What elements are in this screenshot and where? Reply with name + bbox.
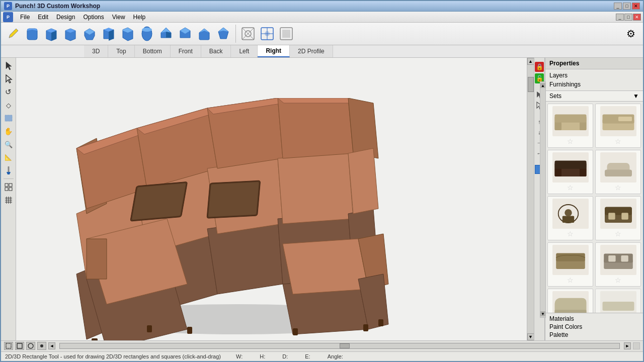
inner-minimize[interactable]: _ bbox=[616, 14, 624, 21]
pan-tool[interactable]: ✋ bbox=[3, 125, 15, 137]
measure-tool[interactable]: 📐 bbox=[3, 151, 15, 163]
left-toolbar: ↺ ◇ ✋ 🔍 📐 bbox=[1, 58, 16, 340]
furn-star-2[interactable]: ☆ bbox=[615, 137, 621, 145]
menu-design[interactable]: Design bbox=[52, 13, 79, 22]
scroll-up-button[interactable]: ▲ bbox=[527, 58, 534, 65]
furn-star-5[interactable]: ☆ bbox=[567, 230, 574, 238]
svg-rect-66 bbox=[604, 253, 633, 262]
close-button[interactable]: ✕ bbox=[632, 3, 640, 10]
shape-tool-9[interactable] bbox=[176, 25, 194, 43]
furn-star-8[interactable]: ☆ bbox=[615, 276, 621, 284]
furn-item-10[interactable]: ☆ bbox=[595, 289, 641, 313]
furn-scroll-up[interactable]: ▲ bbox=[540, 83, 545, 88]
furn-item-1[interactable]: ☆ bbox=[547, 104, 593, 148]
tab-bottom[interactable]: Bottom bbox=[135, 45, 171, 57]
settings-button[interactable]: ⚙ bbox=[622, 25, 640, 43]
paint-colors-item[interactable]: Paint Colors bbox=[549, 323, 639, 331]
inner-maximize[interactable]: □ bbox=[624, 14, 632, 21]
rotate-tool[interactable]: ↺ bbox=[3, 86, 15, 98]
materials-item[interactable]: Materials bbox=[549, 315, 639, 323]
transform-tool[interactable]: ◇ bbox=[3, 99, 15, 111]
select-box-tool[interactable] bbox=[3, 112, 15, 124]
view-3d-icon[interactable] bbox=[239, 25, 257, 43]
shape-tool-11[interactable] bbox=[214, 25, 232, 43]
bt-rect-tool[interactable] bbox=[4, 342, 13, 350]
furn-item-7[interactable]: ☆ bbox=[547, 242, 593, 287]
tab-3d[interactable]: 3D bbox=[84, 45, 108, 57]
angle-label: Angle: bbox=[328, 353, 343, 359]
bt-circle-tool[interactable] bbox=[26, 342, 35, 350]
paint-tool[interactable] bbox=[3, 164, 15, 176]
furn-item-4[interactable]: ☆ bbox=[595, 150, 641, 194]
props-tab-layers[interactable]: Layers bbox=[549, 71, 639, 79]
furn-star-3[interactable]: ☆ bbox=[567, 184, 574, 192]
shape-tool-8[interactable] bbox=[157, 25, 175, 43]
furn-star-7[interactable]: ☆ bbox=[567, 276, 574, 284]
furn-star-4[interactable]: ☆ bbox=[615, 184, 621, 192]
tab-top[interactable]: Top bbox=[108, 45, 134, 57]
props-tab-furnishings[interactable]: Furnishings bbox=[549, 80, 639, 88]
minimize-button[interactable]: _ bbox=[614, 3, 622, 10]
tab-front[interactable]: Front bbox=[171, 45, 201, 57]
furn-star-6[interactable]: ☆ bbox=[615, 230, 621, 238]
menu-help[interactable]: Help bbox=[129, 13, 150, 22]
inner-win-controls: _ □ ✕ bbox=[616, 14, 641, 21]
shape-tool-2[interactable] bbox=[42, 25, 60, 43]
furn-item-2[interactable]: ☆ bbox=[595, 104, 641, 148]
grid-tool[interactable] bbox=[3, 181, 15, 193]
svg-rect-21 bbox=[9, 184, 12, 187]
bt-select-tool[interactable] bbox=[15, 342, 24, 350]
select-tool[interactable] bbox=[3, 60, 15, 72]
grid-alt-tool[interactable] bbox=[3, 194, 15, 206]
pencil-tool[interactable] bbox=[4, 25, 22, 43]
horizontal-scrollbar[interactable] bbox=[59, 343, 620, 349]
inner-close[interactable]: ✕ bbox=[633, 14, 641, 21]
tab-right[interactable]: Right bbox=[258, 45, 290, 57]
shape-tool-1[interactable] bbox=[23, 25, 41, 43]
furniture-scrollbar[interactable]: ▲ ▼ bbox=[540, 81, 546, 318]
tab-back[interactable]: Back bbox=[201, 45, 231, 57]
shape-tool-4[interactable] bbox=[80, 25, 99, 43]
menu-view[interactable]: View bbox=[108, 13, 129, 22]
app-logo: P bbox=[3, 12, 13, 22]
view-front-icon[interactable] bbox=[277, 25, 295, 43]
furn-scroll-down[interactable]: ▼ bbox=[540, 311, 545, 316]
scroll-down-button[interactable]: ▼ bbox=[527, 333, 534, 340]
zoom-tool[interactable]: 🔍 bbox=[3, 138, 15, 150]
vertical-scrollbar[interactable]: ▲ ▼ bbox=[527, 58, 534, 340]
svg-point-74 bbox=[40, 344, 43, 347]
furn-item-3[interactable]: ☆ bbox=[547, 150, 593, 194]
scroll-left-button[interactable]: ◄ bbox=[48, 342, 55, 349]
furn-item-5[interactable]: ☆ bbox=[547, 196, 593, 240]
furn-item-6[interactable]: ☆ bbox=[595, 196, 641, 240]
scroll-h-thumb[interactable] bbox=[340, 343, 350, 348]
svg-rect-37 bbox=[187, 327, 192, 334]
bt-dot-tool[interactable] bbox=[37, 342, 46, 350]
menu-file[interactable]: File bbox=[16, 13, 34, 22]
shape-tool-5[interactable] bbox=[100, 25, 118, 43]
select-alt-tool[interactable] bbox=[3, 73, 15, 85]
shape-tool-3[interactable] bbox=[61, 25, 79, 43]
scroll-right-button[interactable]: ► bbox=[624, 342, 631, 349]
furn-item-8[interactable]: ☆ bbox=[595, 242, 641, 287]
scroll-corner bbox=[633, 342, 640, 349]
view-top-icon[interactable] bbox=[258, 25, 276, 43]
canvas-area[interactable]: ▲ ▼ bbox=[16, 58, 534, 340]
tab-left[interactable]: Left bbox=[231, 45, 258, 57]
e-label: E: bbox=[305, 353, 310, 359]
menu-options[interactable]: Options bbox=[79, 13, 108, 22]
svg-rect-23 bbox=[9, 188, 12, 191]
shape-tool-10[interactable] bbox=[195, 25, 213, 43]
properties-header: Properties bbox=[545, 58, 643, 69]
menu-edit[interactable]: Edit bbox=[34, 13, 52, 22]
lock-red-button[interactable]: 🔒 bbox=[535, 62, 544, 72]
furn-item-9[interactable]: ☆ bbox=[547, 289, 593, 313]
maximize-button[interactable]: □ bbox=[623, 3, 631, 10]
tab-2dprofile[interactable]: 2D Profile bbox=[290, 45, 333, 57]
shape-tool-7[interactable] bbox=[138, 25, 156, 43]
palette-item[interactable]: Palette bbox=[549, 331, 639, 339]
sets-dropdown[interactable]: Sets ▼ bbox=[545, 91, 643, 102]
furn-star-1[interactable]: ☆ bbox=[567, 137, 574, 145]
scroll-v-thumb[interactable] bbox=[528, 77, 534, 92]
shape-tool-6[interactable] bbox=[119, 25, 137, 43]
